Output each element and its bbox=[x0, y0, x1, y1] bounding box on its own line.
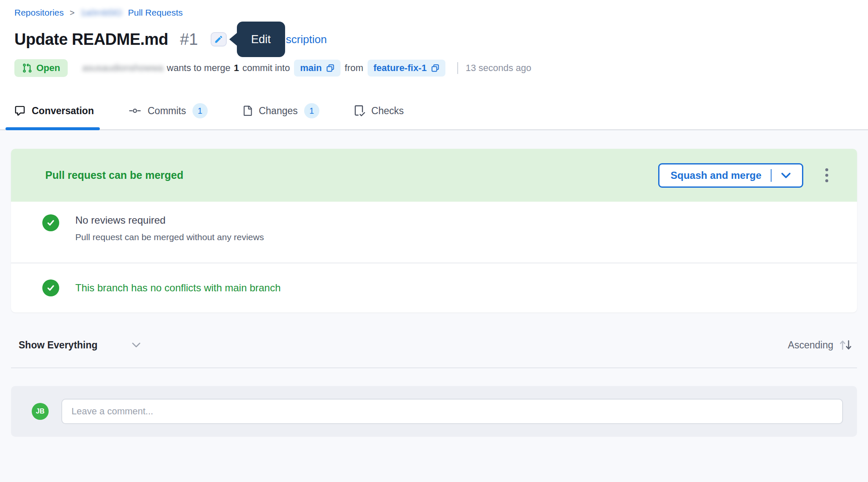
tab-commits-label: Commits bbox=[148, 105, 186, 117]
title-row: Update README.md #1 Edit scription bbox=[14, 30, 868, 49]
squash-and-merge-button[interactable]: Squash and merge bbox=[658, 163, 803, 188]
chevron-down-icon[interactable] bbox=[781, 172, 791, 179]
edit-tooltip: Edit bbox=[229, 22, 285, 57]
button-divider bbox=[771, 169, 772, 182]
timeline-controls: Show Everything Ascending bbox=[11, 339, 857, 368]
head-branch-pill[interactable]: feature-fix-1 bbox=[368, 60, 445, 77]
commit-count: 1 bbox=[234, 63, 239, 74]
merge-banner-title: Pull request can be merged bbox=[45, 169, 658, 181]
timeline-sort-label: Ascending bbox=[788, 340, 833, 351]
copy-icon[interactable] bbox=[326, 64, 335, 72]
checklist-icon bbox=[354, 105, 365, 116]
meta-divider bbox=[457, 62, 458, 74]
review-check-subtitle: Pull request can be merged without any r… bbox=[75, 232, 264, 242]
tab-conversation-label: Conversation bbox=[32, 105, 94, 117]
page-title: Update README.md bbox=[14, 30, 168, 49]
breadcrumb-repo-name-redacted[interactable]: 1a0rnb5lO bbox=[80, 8, 122, 18]
timestamp: 13 seconds ago bbox=[466, 63, 531, 74]
author-name-redacted: asusaudionshowwa bbox=[82, 63, 163, 74]
merge-banner: Pull request can be merged Squash and me… bbox=[11, 149, 857, 202]
tooltip-label: Edit bbox=[237, 22, 285, 57]
tab-commits[interactable]: Commits 1 bbox=[129, 103, 208, 129]
base-branch-name: main bbox=[300, 63, 321, 74]
changes-count-badge: 1 bbox=[304, 103, 319, 118]
from-label: from bbox=[345, 63, 363, 74]
status-label: Open bbox=[36, 63, 60, 74]
check-circle-icon bbox=[42, 214, 59, 231]
base-branch-pill[interactable]: main bbox=[294, 60, 340, 77]
head-branch-name: feature-fix-1 bbox=[374, 63, 427, 74]
breadcrumb-pull-requests-link[interactable]: Pull Requests bbox=[128, 8, 183, 18]
comment-bubble-icon bbox=[14, 105, 25, 116]
tab-changes[interactable]: Changes 1 bbox=[242, 103, 319, 129]
tab-changes-label: Changes bbox=[259, 105, 298, 117]
breadcrumb-separator: > bbox=[70, 8, 75, 18]
sort-arrows-icon bbox=[838, 339, 853, 351]
pr-meta-row: Open asusaudionshowwa wants to merge 1 c… bbox=[14, 59, 868, 77]
conflict-check-row: This branch has no conflicts with main b… bbox=[11, 263, 857, 312]
avatar: JB bbox=[32, 403, 49, 420]
tab-conversation[interactable]: Conversation bbox=[14, 103, 94, 129]
comment-composer: JB bbox=[11, 386, 857, 437]
conflict-check-title: This branch has no conflicts with main b… bbox=[75, 282, 281, 294]
comment-input[interactable] bbox=[61, 399, 843, 424]
merge-status-card: Pull request can be merged Squash and me… bbox=[11, 149, 857, 312]
check-circle-icon bbox=[42, 279, 59, 296]
edit-title-button[interactable] bbox=[211, 32, 227, 47]
merge-text-after: commit into bbox=[242, 63, 290, 74]
review-check-text: No reviews required Pull request can be … bbox=[75, 214, 264, 242]
file-icon bbox=[242, 106, 253, 116]
add-description-link-partial[interactable]: scription bbox=[286, 33, 327, 46]
chevron-down-icon bbox=[132, 342, 141, 348]
review-check-row: No reviews required Pull request can be … bbox=[11, 202, 857, 263]
merge-text-before: wants to merge bbox=[167, 63, 230, 74]
pencil-icon bbox=[214, 35, 223, 44]
pr-tabbar: Conversation Commits 1 Changes 1 Checks bbox=[0, 103, 868, 130]
conversation-panel: Pull request can be merged Squash and me… bbox=[0, 130, 868, 482]
status-badge: Open bbox=[14, 59, 68, 77]
page-header: Repositories > 1a0rnb5lO Pull Requests U… bbox=[0, 0, 868, 77]
git-commit-icon bbox=[129, 107, 141, 115]
merge-options-kebab-icon[interactable] bbox=[822, 165, 832, 186]
squash-and-merge-label: Squash and merge bbox=[670, 170, 761, 181]
tooltip-arrow bbox=[229, 33, 237, 46]
breadcrumb-repositories-link[interactable]: Repositories bbox=[14, 8, 64, 18]
timeline-sort-toggle[interactable]: Ascending bbox=[788, 339, 853, 351]
timeline-filter-dropdown[interactable]: Show Everything bbox=[19, 340, 141, 351]
pr-number: #1 bbox=[180, 30, 198, 49]
review-check-title: No reviews required bbox=[75, 214, 264, 226]
copy-icon[interactable] bbox=[431, 64, 439, 72]
breadcrumb: Repositories > 1a0rnb5lO Pull Requests bbox=[14, 7, 868, 19]
git-pull-request-icon bbox=[22, 63, 32, 73]
commits-count-badge: 1 bbox=[192, 103, 208, 118]
tab-checks-label: Checks bbox=[371, 105, 404, 117]
timeline-filter-label: Show Everything bbox=[19, 340, 98, 351]
tab-checks[interactable]: Checks bbox=[354, 103, 404, 129]
